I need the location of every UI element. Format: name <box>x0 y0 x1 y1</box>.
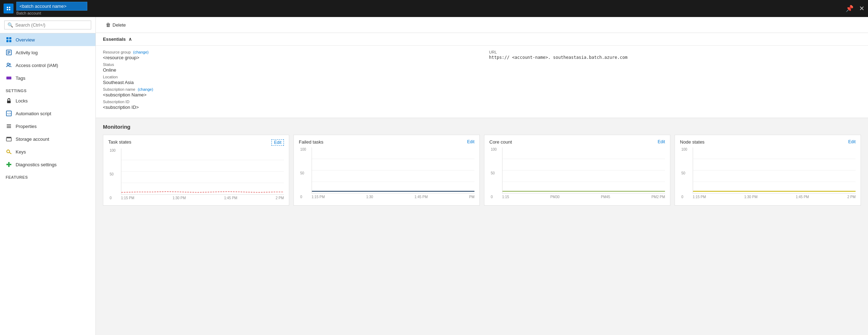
task-states-chart <box>121 149 284 195</box>
essentials-section: Essentials ∧ Resource group (change) <re… <box>96 33 868 118</box>
essentials-body: Resource group (change) <resource group>… <box>96 46 868 118</box>
sidebar-item-keys[interactable]: Keys <box>0 145 95 158</box>
svg-line-26 <box>9 152 11 154</box>
task-states-title: Task states <box>108 139 131 145</box>
status-value: Online <box>103 67 475 73</box>
core-count-header: Core count Edit <box>489 139 665 145</box>
batch-account-name-input[interactable]: <batch account name> <box>16 2 87 11</box>
close-button[interactable]: ✕ <box>859 5 864 12</box>
sidebar-item-properties[interactable]: Properties <box>0 120 95 133</box>
core-count-card: Core count Edit 100 50 0 <box>484 135 670 206</box>
core-count-edit[interactable]: Edit <box>658 139 665 144</box>
core-count-x-labels: 1:15 PM30 PM45 PM2 PM <box>502 195 665 199</box>
svg-point-25 <box>7 150 10 153</box>
locks-icon <box>6 97 12 104</box>
svg-rect-17 <box>7 101 11 103</box>
content-area: 🗑 Delete Essentials ∧ Resource group (ch… <box>96 17 868 335</box>
activity-log-label: Activity log <box>16 50 38 55</box>
properties-label: Properties <box>16 124 37 129</box>
failed-tasks-header: Failed tasks Edit <box>299 139 474 145</box>
svg-rect-7 <box>6 40 9 42</box>
properties-icon <box>6 123 12 129</box>
app-icon <box>4 4 13 13</box>
monitoring-cards: Task states Edit 100 50 0 <box>103 135 861 206</box>
subscription-name-value: <subscription Name> <box>103 92 475 97</box>
sidebar-item-storage-account[interactable]: Storage account <box>0 133 95 145</box>
storage-account-icon <box>6 136 12 142</box>
diagnostics-settings-label: Diagnostics settings <box>16 162 57 167</box>
sidebar-item-activity-log[interactable]: Activity log <box>0 46 95 59</box>
resource-group-change-link[interactable]: (change) <box>133 50 148 54</box>
delete-button[interactable]: 🗑 Delete <box>103 21 129 29</box>
failed-tasks-card: Failed tasks Edit 100 50 0 <box>293 135 480 206</box>
overview-icon <box>6 37 12 43</box>
main-layout: 🔍 Overview <box>0 17 868 335</box>
batch-account-subtitle: Batch account <box>16 11 87 15</box>
core-count-title: Core count <box>489 139 512 145</box>
sidebar-item-access-control[interactable]: Access control (IAM) <box>0 59 95 72</box>
node-states-title: Node states <box>680 139 704 145</box>
essentials-right-col: URL https:// <account-name>. southeastas… <box>489 50 861 112</box>
svg-text:</>: </> <box>7 112 11 115</box>
sidebar-item-tags[interactable]: Tags <box>0 72 95 84</box>
failed-tasks-edit[interactable]: Edit <box>467 139 474 144</box>
pin-button[interactable]: 📌 <box>846 5 853 12</box>
status-field: Status Online <box>103 62 475 73</box>
access-control-label: Access control (IAM) <box>16 63 58 68</box>
node-states-x-labels: 1:15 PM 1:30 PM 1:45 PM 2 PM <box>693 195 856 199</box>
svg-rect-24 <box>6 137 11 138</box>
location-label: Location <box>103 75 475 79</box>
subscription-name-change-link[interactable]: (change) <box>138 87 153 91</box>
task-states-y-labels: 100 50 0 <box>110 149 116 200</box>
subscription-id-value: <subscription ID> <box>103 105 475 110</box>
subscription-name-label: Subscription name (change) <box>103 87 475 91</box>
url-field: URL https:// <account-name>. southeastas… <box>489 50 861 60</box>
essentials-collapse-icon: ∧ <box>128 37 132 42</box>
locks-label: Locks <box>16 98 28 104</box>
sidebar-item-overview[interactable]: Overview <box>0 33 95 46</box>
resource-group-field: Resource group (change) <resource group> <box>103 50 475 60</box>
keys-icon <box>6 149 12 155</box>
task-states-card: Task states Edit 100 50 0 <box>103 135 289 206</box>
subscription-id-label: Subscription ID <box>103 100 475 104</box>
delete-icon: 🗑 <box>106 22 111 28</box>
subscription-name-field: Subscription name (change) <subscription… <box>103 87 475 97</box>
tags-label: Tags <box>16 76 25 81</box>
top-bar-left: <batch account name> Batch account <box>4 2 846 15</box>
automation-script-icon: </> <box>6 110 12 117</box>
diagnostics-settings-icon <box>6 161 12 168</box>
node-states-card: Node states Edit 100 50 0 <box>675 135 861 206</box>
search-box[interactable]: 🔍 <box>4 21 91 29</box>
node-states-header: Node states Edit <box>680 139 856 145</box>
svg-rect-2 <box>9 7 10 8</box>
keys-label: Keys <box>16 149 26 155</box>
overview-label: Overview <box>16 37 35 43</box>
delete-label: Delete <box>112 22 126 28</box>
resource-group-value: <resource group> <box>103 55 475 60</box>
sidebar-search-container: 🔍 <box>0 17 95 33</box>
sidebar-item-automation-script[interactable]: </> Automation script <box>0 107 95 120</box>
svg-rect-23 <box>6 138 11 141</box>
monitoring-title: Monitoring <box>103 124 861 130</box>
task-states-edit[interactable]: Edit <box>271 139 284 146</box>
task-states-x-labels: 1:15 PM 1:30 PM 1:45 PM 2 PM <box>121 196 284 200</box>
search-input[interactable] <box>15 22 88 28</box>
url-label: URL <box>489 50 861 54</box>
sidebar-item-diagnostics-settings[interactable]: Diagnostics settings <box>0 158 95 171</box>
storage-account-label: Storage account <box>16 136 49 142</box>
task-states-header: Task states Edit <box>108 139 284 146</box>
svg-rect-5 <box>6 37 9 39</box>
failed-tasks-title: Failed tasks <box>299 139 323 145</box>
top-bar-actions: 📌 ✕ <box>846 5 864 12</box>
location-field: Location Southeast Asia <box>103 75 475 85</box>
svg-rect-3 <box>7 9 8 10</box>
svg-rect-6 <box>9 37 11 39</box>
subscription-id-field: Subscription ID <subscription ID> <box>103 100 475 110</box>
url-value: https:// <account-name>. southeastasia.b… <box>489 55 861 60</box>
node-states-edit[interactable]: Edit <box>848 139 856 144</box>
essentials-header[interactable]: Essentials ∧ <box>96 33 868 46</box>
location-value: Southeast Asia <box>103 80 475 85</box>
sidebar-item-locks[interactable]: Locks <box>0 94 95 107</box>
failed-tasks-x-labels: 1:15 PM 1:30 1:45 PM PM <box>312 195 474 199</box>
status-label: Status <box>103 62 475 67</box>
